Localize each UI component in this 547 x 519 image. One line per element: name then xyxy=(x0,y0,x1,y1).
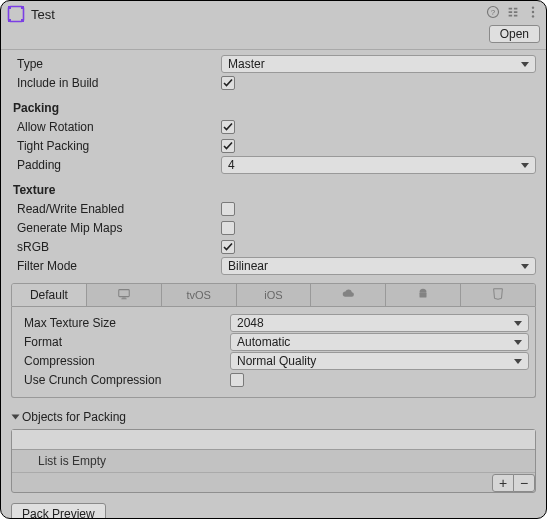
cloud-icon xyxy=(341,287,355,304)
type-dropdown[interactable]: Master xyxy=(221,55,536,73)
pack-preview-button[interactable]: Pack Preview xyxy=(11,503,106,519)
filter-mode-label: Filter Mode xyxy=(11,259,221,273)
max-texture-size-label: Max Texture Size xyxy=(18,316,230,330)
android-icon xyxy=(416,287,430,304)
help-icon[interactable]: ? xyxy=(486,5,500,19)
tab-ios[interactable]: iOS xyxy=(237,284,312,306)
chevron-down-icon xyxy=(12,415,20,420)
list-empty-text: List is Empty xyxy=(12,450,535,472)
compression-label: Compression xyxy=(18,354,230,368)
sprite-atlas-icon xyxy=(7,5,25,23)
svg-rect-2 xyxy=(21,6,24,9)
objects-foldout[interactable]: Objects for Packing xyxy=(11,408,536,426)
list-remove-button[interactable]: − xyxy=(513,474,535,492)
tab-lumin[interactable] xyxy=(311,284,386,306)
svg-point-7 xyxy=(532,6,534,8)
svg-rect-13 xyxy=(420,292,427,297)
tab-android[interactable] xyxy=(386,284,461,306)
format-dropdown[interactable]: Automatic xyxy=(230,333,529,351)
asset-title: Test xyxy=(31,5,486,22)
mip-maps-checkbox[interactable] xyxy=(221,221,235,235)
presets-icon[interactable] xyxy=(506,5,520,19)
open-button[interactable]: Open xyxy=(489,25,540,43)
srgb-label: sRGB xyxy=(11,240,221,254)
list-add-button[interactable]: + xyxy=(492,474,514,492)
include-in-build-checkbox[interactable] xyxy=(221,76,235,90)
tab-standalone[interactable] xyxy=(87,284,162,306)
padding-label: Padding xyxy=(11,158,221,172)
texture-heading: Texture xyxy=(11,183,221,197)
list-header xyxy=(12,430,535,450)
mip-maps-label: Generate Mip Maps xyxy=(11,221,221,235)
filter-mode-dropdown[interactable]: Bilinear xyxy=(221,257,536,275)
monitor-icon xyxy=(117,287,131,304)
read-write-label: Read/Write Enabled xyxy=(11,202,221,216)
svg-point-8 xyxy=(532,11,534,13)
svg-point-9 xyxy=(532,15,534,17)
menu-icon[interactable] xyxy=(526,5,540,19)
svg-text:?: ? xyxy=(491,8,496,17)
crunch-checkbox[interactable] xyxy=(230,373,244,387)
packing-heading: Packing xyxy=(11,101,221,115)
html5-icon xyxy=(491,287,505,304)
allow-rotation-label: Allow Rotation xyxy=(11,120,221,134)
tab-tvos[interactable]: tvOS xyxy=(162,284,237,306)
tab-default[interactable]: Default xyxy=(12,284,87,306)
objects-list: List is Empty + − xyxy=(11,429,536,493)
platform-pane: Max Texture Size 2048 Format Automatic C… xyxy=(11,307,536,398)
type-label: Type xyxy=(11,57,221,71)
inspector-panel: Test ? Open Type Master Include in Build… xyxy=(0,0,547,519)
tab-webgl[interactable] xyxy=(461,284,535,306)
read-write-checkbox[interactable] xyxy=(221,202,235,216)
include-in-build-label: Include in Build xyxy=(11,76,221,90)
tight-packing-label: Tight Packing xyxy=(11,139,221,153)
svg-rect-12 xyxy=(121,298,126,299)
platform-tabs: Default tvOS iOS xyxy=(11,283,536,307)
header: Test ? xyxy=(1,1,546,25)
svg-rect-4 xyxy=(21,19,24,22)
crunch-label: Use Crunch Compression xyxy=(18,373,230,387)
svg-rect-1 xyxy=(8,6,11,9)
objects-heading: Objects for Packing xyxy=(22,410,126,424)
tight-packing-checkbox[interactable] xyxy=(221,139,235,153)
svg-rect-3 xyxy=(8,19,11,22)
max-texture-size-dropdown[interactable]: 2048 xyxy=(230,314,529,332)
format-label: Format xyxy=(18,335,230,349)
padding-dropdown[interactable]: 4 xyxy=(221,156,536,174)
svg-rect-10 xyxy=(119,289,130,296)
compression-dropdown[interactable]: Normal Quality xyxy=(230,352,529,370)
allow-rotation-checkbox[interactable] xyxy=(221,120,235,134)
srgb-checkbox[interactable] xyxy=(221,240,235,254)
